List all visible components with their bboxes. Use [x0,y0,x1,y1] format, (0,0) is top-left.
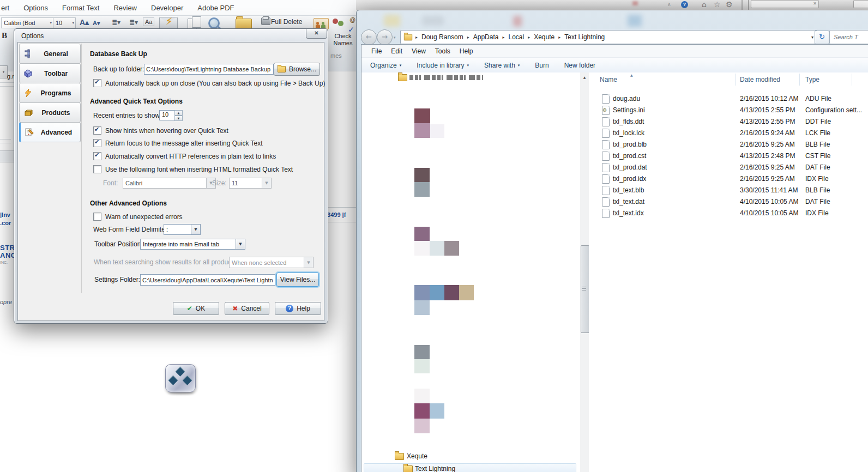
convert-http-checkbox-row[interactable]: Automatically convert HTTP references in… [93,152,276,160]
font-size-combo[interactable]: 10 ▾ [53,17,76,28]
file-row[interactable]: txl_prod.idx2/16/2015 9:25 AMIDX File [589,173,868,185]
navigation-pane[interactable]: Xequte Text Lightning [361,72,580,472]
checkbox-unchecked-icon[interactable] [93,165,101,173]
browse-button[interactable]: Browse... [274,63,320,76]
ribbon-tab[interactable]: Adobe PDF [197,4,234,12]
auto-backup-checkbox-row[interactable]: Automatically back up on close (You can … [93,79,325,87]
ribbon-tab[interactable]: Review [113,4,137,12]
chevron-down-icon[interactable]: ▾ [72,21,74,25]
command-organize[interactable]: Organize▾ [370,62,401,69]
breadcrumb-item[interactable]: Local [507,33,525,41]
grow-font-icon[interactable]: A▴ [80,18,89,27]
file-row[interactable]: txl_prod.blb2/16/2015 9:25 AMBLB File [589,139,868,150]
ribbon-tab[interactable]: Developer [151,4,183,12]
backup-folder-input[interactable]: C:\Users\doug\TextLightning Database Bac… [144,64,274,75]
ribbon-tab[interactable]: ert [1,4,9,12]
breadcrumb-item[interactable]: AppData [472,33,500,41]
scroll-up-icon[interactable]: ▲ [580,72,589,82]
menu-item-tools[interactable]: Tools [435,47,450,55]
fax-machine-icon[interactable] [261,17,270,25]
refresh-button[interactable]: ↻ [815,31,829,44]
file-row[interactable]: txl_lock.lck2/16/2015 9:24 AMLCK File [589,128,868,139]
sidebar-item-text-lightning[interactable]: Text Lightning [415,465,455,472]
star-icon[interactable]: ☆ [714,0,721,9]
tab-toolbar[interactable]: Toolbar [19,63,81,83]
column-divider[interactable] [852,74,852,86]
dropdown-fragment[interactable]: ▾ [0,65,8,78]
chevron-down-icon[interactable]: ▾ [50,21,52,25]
ribbon-tab[interactable]: Format Text [62,4,99,12]
chevron-down-icon[interactable]: ▼ [262,178,271,188]
checkbox-checked-icon[interactable] [93,152,101,160]
selected-tree-row[interactable] [364,463,576,472]
file-list-pane[interactable]: ▲ Name Date modified Type doug.adu2/16/2… [589,72,868,472]
chevron-down-icon[interactable]: ▼ [191,225,200,234]
checkbox-checked-icon[interactable] [93,79,101,87]
chevron-up-icon[interactable]: ∧ [667,2,671,7]
search-all-combo[interactable]: When none selected ▼ [229,257,314,268]
use-font-checkbox-row[interactable]: Use the following font when inserting HT… [93,165,293,173]
back-button[interactable]: ← [361,29,377,45]
tab-general[interactable]: General [19,44,81,64]
chevron-down-icon[interactable]: ▼ [236,239,245,249]
menu-item-file[interactable]: File [371,47,382,55]
font-name-combo[interactable]: Calibri (Bod ▾ [1,17,53,28]
file-row[interactable]: txl_prod.dat2/16/2015 9:25 AMDAT File [589,162,868,173]
help-icon[interactable]: ? [681,1,688,8]
search-magnifier-icon[interactable] [208,17,220,29]
close-icon[interactable]: ✕ [813,1,817,6]
stepper-value[interactable]: 10 [159,110,176,120]
menu-item-view[interactable]: View [412,47,426,55]
bullet-list-icon[interactable]: ≣▾ [112,19,120,26]
breadcrumb-item[interactable]: Doug Ransom [420,33,465,41]
breadcrumb-item[interactable]: Xequte [533,33,556,41]
shrink-font-icon[interactable]: A▾ [93,20,100,27]
cancel-button[interactable]: ✖ Cancel [225,302,269,315]
numbered-list-icon[interactable]: ≣▾ [129,19,138,26]
file-row[interactable]: doug.adu2/16/2015 10:12 AMADU File [589,93,868,105]
delimiter-combo[interactable]: : ▼ [164,224,201,235]
command-new-folder[interactable]: New folder [564,62,595,69]
stepper-up-icon[interactable]: ▲ [174,110,183,116]
font-combo[interactable]: Calibri ▼ [123,178,216,189]
column-divider[interactable] [735,74,736,86]
view-files-button[interactable]: View Files... [276,273,319,287]
home-icon[interactable]: ⌂ [702,0,707,9]
menu-item-help[interactable]: Help [460,47,473,55]
command-burn[interactable]: Burn [535,62,548,69]
sidebar-item-xequte[interactable]: Xequte [407,452,427,460]
file-row[interactable]: txl_flds.ddt4/13/2015 2:55 PMDDT File [589,116,868,128]
chevron-down-icon[interactable]: ▼ [304,257,313,268]
return-focus-checkbox-row[interactable]: Return focus to the message after insert… [93,139,263,147]
file-row[interactable]: txl_text.blb3/30/2015 11:41 AMBLB File [589,185,868,196]
checkbox-unchecked-icon[interactable] [93,213,101,221]
stepper-down-icon[interactable]: ▼ [174,116,183,121]
address-bar[interactable]: ▸Doug Ransom▸AppData▸Local▸Xequte▸Text L… [400,30,817,44]
ribbon-tab[interactable]: Options [23,4,48,12]
breadcrumb-item[interactable]: Text Lightning [563,33,606,41]
warn-errors-checkbox-row[interactable]: Warn of unexpected errors [93,213,183,221]
copy-pages-icon[interactable] [188,16,202,29]
tab-advanced[interactable]: Advanced [19,122,81,142]
file-row[interactable]: ⚙Settings.ini4/13/2015 2:55 PMConfigurat… [589,105,868,116]
full-delete-button[interactable]: Full Delete [271,18,302,26]
recent-entries-stepper[interactable]: 10 ▲ ▼ [159,110,183,120]
file-row[interactable]: txl_prod.cst4/13/2015 2:48 PMCST File [589,150,868,162]
column-divider[interactable] [799,74,800,86]
toolbar-position-combo[interactable]: Integrate into main Email tab ▼ [140,239,245,250]
checkbox-checked-icon[interactable] [93,126,101,135]
checkbox-checked-icon[interactable] [93,139,101,147]
change-case-icon[interactable]: Aa [143,17,154,26]
check-names-button[interactable]: @ ✓ Check Names [329,16,357,47]
close-button[interactable]: ✕ [306,29,327,39]
gear-icon[interactable]: ⚙ [726,0,733,9]
column-header-name[interactable]: Name [600,76,617,83]
help-button[interactable]: ? Help [275,302,321,315]
tab-products[interactable]: Products [19,102,81,123]
nav-scrollbar[interactable]: ▲ [580,72,589,472]
tab-programs[interactable]: Programs [19,83,81,103]
command-share-with[interactable]: Share with▾ [484,62,520,69]
recent-pages-chevron-icon[interactable]: ▾ [394,35,396,40]
column-header-date[interactable]: Date modified [740,76,780,83]
bold-button-fragment[interactable]: B [2,31,7,40]
